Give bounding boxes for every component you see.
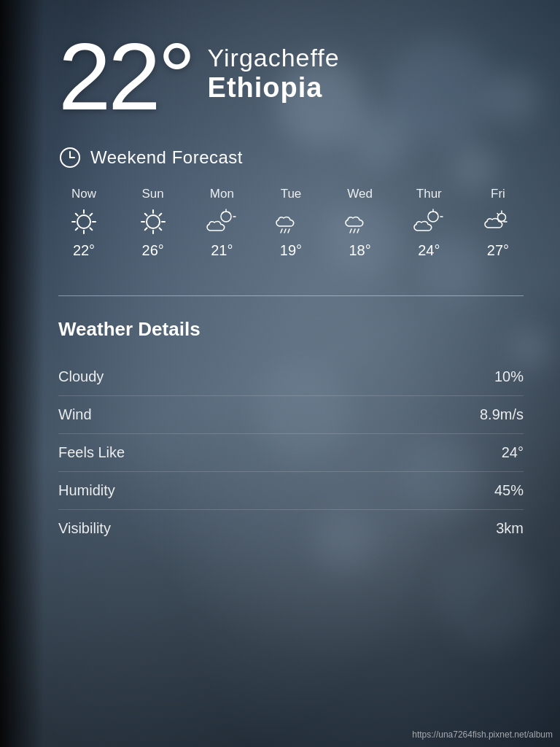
- forecast-day-fri: Fri 27°: [472, 187, 524, 259]
- country-name: Ethiopia: [208, 72, 340, 104]
- svg-line-25: [222, 212, 224, 214]
- section-divider: [58, 295, 524, 296]
- details-section: Weather Details Cloudy 10% Wind 8.9m/s F…: [58, 318, 524, 547]
- svg-line-24: [229, 212, 230, 214]
- day-temp: 19°: [280, 242, 302, 259]
- svg-line-36: [429, 212, 431, 214]
- svg-line-11: [76, 228, 78, 231]
- detail-label: Visibility: [58, 520, 111, 537]
- detail-row-feels-like: Feels Like 24°: [58, 434, 524, 472]
- svg-line-18: [159, 228, 161, 231]
- svg-line-40: [497, 214, 499, 215]
- main-content: 22° Yirgacheffe Ethiopia Weekend Forecas…: [0, 0, 560, 747]
- forecast-day-mon: Mon 21°: [196, 187, 247, 259]
- forecast-section-title: Weekend Forecast: [90, 147, 243, 168]
- svg-line-8: [76, 214, 78, 216]
- day-label: Sun: [142, 187, 164, 201]
- day-temp: 21°: [211, 242, 233, 259]
- detail-row-visibility: Visibility 3km: [58, 510, 524, 547]
- forecast-day-now: Now 22°: [58, 187, 109, 259]
- day-label: Wed: [347, 187, 373, 201]
- day-temp: 24°: [418, 242, 440, 259]
- watermark: https://una7264fish.pixnet.net/album: [412, 729, 553, 740]
- detail-value: 8.9m/s: [480, 406, 524, 423]
- day-label: Thur: [416, 187, 442, 201]
- svg-line-30: [354, 229, 355, 233]
- weather-icon-sun: [136, 207, 171, 236]
- forecast-section: Weekend Forecast Now 22° Sun: [58, 146, 524, 259]
- forecast-day-sun: Sun 26°: [128, 187, 179, 259]
- svg-line-17: [144, 214, 147, 216]
- header-section: 22° Yirgacheffe Ethiopia: [58, 29, 524, 124]
- svg-line-35: [436, 212, 438, 214]
- details-rows: Cloudy 10% Wind 8.9m/s Feels Like 24° Hu…: [58, 358, 524, 547]
- current-temperature: 22°: [58, 29, 193, 124]
- svg-point-12: [147, 215, 160, 228]
- detail-label: Feels Like: [58, 444, 125, 461]
- svg-line-26: [281, 229, 282, 233]
- day-label: Tue: [281, 187, 302, 201]
- day-label: Fri: [491, 187, 505, 201]
- weather-icon-cloud-rain: [343, 207, 378, 236]
- day-temp: 26°: [142, 242, 164, 259]
- weather-icon-cloud-sun: [411, 207, 446, 236]
- detail-label: Humidity: [58, 482, 115, 499]
- detail-row-cloudy: Cloudy 10%: [58, 358, 524, 396]
- forecast-day-tue: Tue 19°: [265, 187, 316, 259]
- svg-line-28: [288, 229, 289, 233]
- detail-value: 45%: [494, 482, 524, 499]
- forecast-day-thur: Thur 24°: [403, 187, 454, 259]
- city-name: Yirgacheffe: [208, 44, 340, 72]
- day-temp: 27°: [487, 242, 509, 259]
- detail-value: 10%: [494, 368, 524, 385]
- clock-icon: [58, 146, 82, 169]
- detail-label: Wind: [58, 406, 92, 423]
- forecast-grid: Now 22° Sun: [58, 187, 524, 259]
- forecast-title-row: Weekend Forecast: [58, 146, 524, 169]
- details-title: Weather Details: [58, 318, 524, 341]
- day-temp: 18°: [349, 242, 371, 259]
- svg-line-29: [350, 229, 351, 233]
- day-temp: 22°: [73, 242, 95, 259]
- weather-icon-cloud-light: [481, 207, 516, 236]
- detail-row-humidity: Humidity 45%: [58, 472, 524, 510]
- weather-icon-cloud-rain: [273, 207, 308, 236]
- svg-line-20: [144, 228, 147, 231]
- detail-value: 24°: [502, 444, 524, 461]
- svg-line-31: [357, 229, 359, 233]
- weather-icon-sun: [66, 207, 101, 236]
- detail-label: Cloudy: [58, 368, 104, 385]
- detail-value: 3km: [496, 520, 524, 537]
- location-block: Yirgacheffe Ethiopia: [208, 29, 340, 104]
- svg-line-10: [90, 214, 93, 216]
- svg-point-3: [77, 215, 90, 228]
- svg-line-9: [90, 228, 93, 231]
- detail-row-wind: Wind 8.9m/s: [58, 396, 524, 434]
- weather-icon-cloud-sun: [204, 207, 239, 236]
- svg-line-27: [284, 229, 286, 233]
- day-label: Now: [71, 187, 96, 201]
- svg-line-19: [159, 214, 161, 216]
- forecast-day-wed: Wed 18°: [335, 187, 386, 259]
- day-label: Mon: [210, 187, 234, 201]
